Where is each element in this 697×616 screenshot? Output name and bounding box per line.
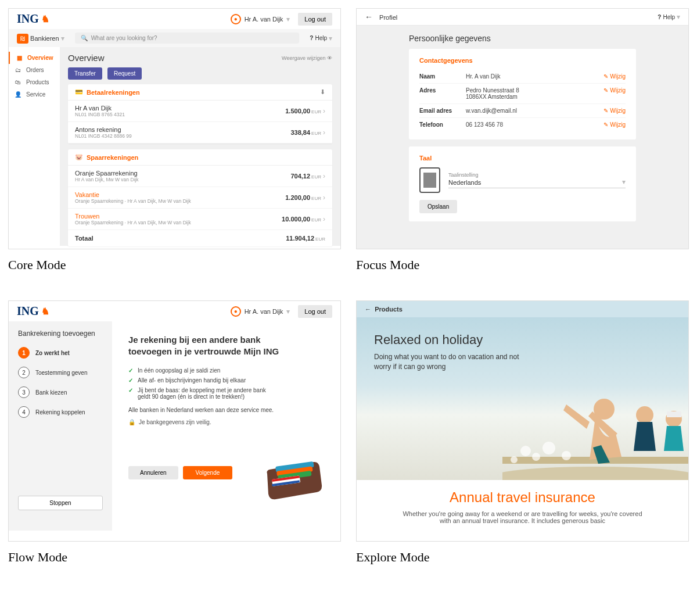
savings-accounts-card: 🐷Spaarrekeningen Oranje SpaarrekeningHr …: [68, 149, 332, 246]
language-panel: Taal Taalinstelling Nederlands▾ Opslaan: [409, 146, 636, 221]
pencil-icon: ✎: [603, 87, 608, 94]
transfer-button[interactable]: Transfer: [68, 67, 102, 80]
pencil-icon: ✎: [603, 73, 608, 80]
chevron-down-icon: ▾: [286, 15, 290, 23]
banking-dropdown[interactable]: ₪ Bankieren ▾: [17, 34, 64, 42]
core-mode-frame: ING♞ ●Hr A. van Dijk ▾ Log out ₪ Bankier…: [8, 8, 341, 249]
caption: Core Mode: [8, 257, 341, 273]
field-row: Telefoon06 123 456 78✎Wijzig: [419, 118, 626, 131]
edit-link[interactable]: ✎Wijzig: [603, 73, 626, 80]
field-row: Email adresw.van.dijk@email.nl✎Wijzig: [419, 104, 626, 118]
svg-point-9: [532, 453, 540, 461]
sidebar-item-orders[interactable]: 🗂Orders: [9, 64, 60, 76]
user-menu[interactable]: ●Hr A. van Dijk ▾: [231, 306, 290, 317]
chevron-right-icon: ›: [323, 172, 325, 180]
svg-point-10: [542, 442, 555, 454]
account-row[interactable]: Hr A van DijkNL01 INGB 8765 43211.500,00…: [68, 101, 332, 122]
chevron-right-icon: ›: [323, 107, 325, 115]
field-row: AdresPedro Nunesstraat 8 1086XX Amsterda…: [419, 84, 626, 104]
chevron-down-icon: ▾: [622, 178, 626, 186]
flow-title: Bankrekening toevoegen: [18, 330, 103, 338]
sidebar-item-service[interactable]: 👤Service: [9, 88, 60, 101]
help-link[interactable]: ? Help ▾: [310, 34, 332, 42]
header: ← Products: [357, 301, 688, 317]
flow-content: Je rekening bij een andere bank toevoege…: [112, 321, 340, 531]
user-menu[interactable]: ●Hr A. van Dijk ▾: [231, 14, 290, 24]
chevron-down-icon: ▾: [677, 13, 680, 21]
explore-mode-frame: ← Products Relaxed on holiday Doing what…: [356, 300, 689, 542]
product-title: Annual travel insurance: [374, 489, 671, 506]
edit-link[interactable]: ✎Wijzig: [603, 108, 626, 114]
panel-heading: Contactgegevens: [419, 57, 626, 64]
back-button[interactable]: ← Products: [365, 306, 403, 313]
focus-mode-frame: ← Profiel ? Help ▾ Persoonlijke gegevens…: [356, 8, 689, 249]
account-row[interactable]: TrouwenOranje Spaarrekening · Hr A van D…: [68, 209, 332, 230]
svg-point-12: [511, 456, 518, 463]
check-icon: ✓: [128, 377, 133, 384]
edit-link[interactable]: ✎Wijzig: [603, 121, 626, 128]
step-4[interactable]: 4Rekening koppelen: [18, 406, 103, 418]
user-icon: ●: [231, 14, 241, 24]
logout-button[interactable]: Log out: [298, 305, 332, 318]
language-small-label: Taalinstelling: [448, 172, 626, 178]
page-title: Persoonlijke gegevens: [409, 34, 636, 43]
request-button[interactable]: Request: [107, 67, 142, 80]
search-input[interactable]: 🔍What are you looking for?: [75, 33, 300, 44]
account-row[interactable]: Oranje SpaarrekeningHr A van Dijk, Mw W …: [68, 166, 332, 187]
check-item: ✓In één oogopslag al je saldi zien: [128, 367, 279, 374]
subheader: ₪ Bankieren ▾ 🔍What are you looking for?…: [9, 29, 340, 47]
view-toggle[interactable]: Weergave wijzigen 👁: [282, 55, 332, 61]
arrow-left-icon: ←: [365, 12, 373, 22]
chevron-right-icon: ›: [323, 194, 325, 202]
edit-link[interactable]: ✎Wijzig: [603, 87, 626, 94]
device-icon: [419, 167, 440, 193]
svg-point-11: [562, 451, 571, 460]
service-icon: 👤: [15, 91, 21, 98]
cancel-button[interactable]: Annuleren: [128, 466, 178, 479]
svg-point-8: [520, 446, 531, 456]
back-button[interactable]: ← Profiel: [365, 12, 397, 22]
step-nav: Bankrekening toevoegen 1Zo werkt het 2To…: [9, 321, 112, 531]
hero-image: [502, 364, 688, 480]
total-row: Totaal11.904,12EUR: [68, 230, 332, 246]
ing-logo: ING♞: [17, 305, 49, 318]
header: ING♞ ●Hr A. van Dijk ▾ Log out: [9, 9, 340, 29]
payment-accounts-card: 💳Betaalrekeningen⬇ Hr A van DijkNL01 ING…: [68, 84, 332, 144]
svg-point-6: [502, 467, 688, 480]
caption: Focus Mode: [356, 257, 689, 273]
account-row[interactable]: VakantieOranje Spaarrekening · Hr A van …: [68, 187, 332, 209]
save-button[interactable]: Opslaan: [419, 200, 457, 213]
stop-button[interactable]: Stoppen: [18, 496, 103, 510]
piggy-icon: 🐷: [75, 153, 83, 161]
page-title: Overview: [68, 53, 105, 63]
sidebar: ▦Overview 🗂Orders 🛍Products 👤Service: [9, 47, 60, 246]
logout-button[interactable]: Log out: [298, 13, 332, 26]
overview-icon: ▦: [16, 55, 23, 61]
sidebar-item-products[interactable]: 🛍Products: [9, 76, 60, 88]
download-icon[interactable]: ⬇: [320, 88, 325, 96]
step-3[interactable]: 3Bank kiezen: [18, 386, 103, 398]
step-1[interactable]: 1Zo werkt het: [18, 347, 103, 359]
language-select[interactable]: Nederlands▾: [448, 178, 626, 188]
flow-mode-frame: ING♞ ●Hr A. van Dijk ▾ Log out Bankreken…: [8, 300, 341, 542]
account-row[interactable]: Antons rekeningNL01 INGB 4342 8886 99338…: [68, 122, 332, 144]
wallet-illustration: [261, 456, 325, 503]
wallet-icon: ₪: [17, 34, 28, 44]
help-link[interactable]: ? Help ▾: [658, 13, 680, 21]
secure-note: 🔒Je bankgegevens zijn veilig.: [128, 419, 324, 425]
hero: Relaxed on holiday Doing what you want t…: [357, 317, 688, 480]
sidebar-item-overview[interactable]: ▦Overview: [9, 52, 60, 64]
caption: Explore Mode: [356, 550, 689, 565]
next-button[interactable]: Volgende: [183, 466, 233, 479]
step-2[interactable]: 2Toestemming geven: [18, 367, 103, 378]
arrow-left-icon: ←: [365, 306, 371, 313]
chevron-down-icon: ▾: [329, 34, 332, 42]
chevron-down-icon: ▾: [286, 307, 290, 316]
lock-icon: 🔒: [128, 419, 135, 425]
search-icon: 🔍: [81, 35, 88, 41]
chevron-right-icon: ›: [323, 215, 325, 223]
products-icon: 🛍: [15, 79, 21, 85]
lion-icon: ♞: [41, 13, 49, 24]
chevron-right-icon: ›: [323, 128, 325, 137]
wallet-icon: 💳: [75, 88, 83, 96]
